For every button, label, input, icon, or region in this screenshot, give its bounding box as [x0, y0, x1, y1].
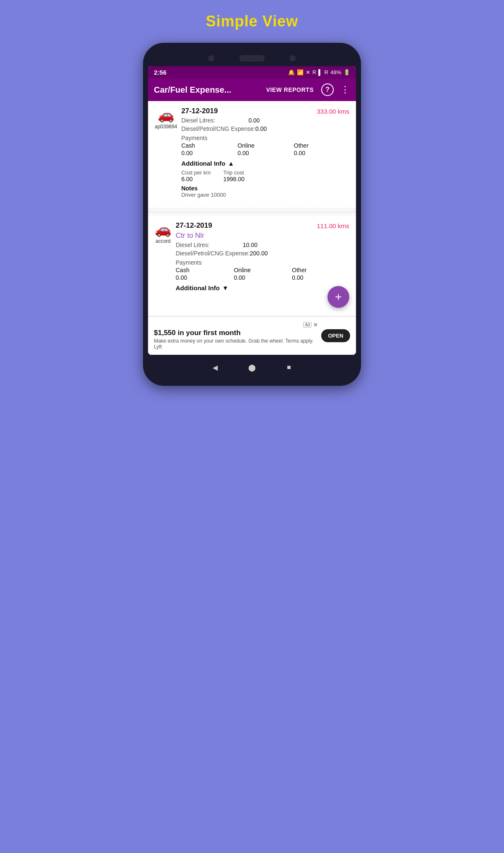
- phone-top-bar: [148, 51, 356, 66]
- card1-header: 🚗 ap039894 27-12-2019 333.00 kms Diesel …: [155, 107, 349, 198]
- content-area: 🚗 ap039894 27-12-2019 333.00 kms Diesel …: [148, 101, 356, 355]
- card2-route: Ctr to Nlr: [176, 231, 349, 240]
- phone-camera-right: [290, 55, 296, 61]
- ad-content: Ad ✕ $1,550 in your first month Make ext…: [154, 322, 318, 350]
- card2-expense-label: Diesel/Petrol/CNG Expense:: [176, 250, 250, 257]
- ad-top-bar: Ad ✕: [154, 322, 318, 328]
- card1-kms: 333.00 kms: [317, 108, 349, 115]
- card2-date: 27-12-2019: [176, 221, 212, 230]
- card1-info: 27-12-2019 333.00 kms Diesel Litres: 0.0…: [181, 107, 349, 198]
- ad-banner: Ad ✕ $1,550 in your first month Make ext…: [148, 316, 356, 355]
- card2-chevron-down-icon: ▼: [222, 284, 229, 291]
- card1-trip-cost-value: 1998.00: [223, 176, 244, 182]
- status-icons: 🔔 📶 ✕ R ▌ R 48% 🔋: [288, 69, 350, 75]
- card2-info: 27-12-2019 111.00 kms Ctr to Nlr Diesel: [176, 221, 349, 306]
- card2-route-dest: Nlr: [195, 231, 204, 239]
- card1-trip-cost: Trip cost 1998.00: [223, 169, 244, 182]
- app-title: Car/Fuel Expense...: [154, 85, 262, 95]
- nav-recents-button[interactable]: ■: [283, 361, 295, 373]
- more-options-button[interactable]: ⋮: [340, 84, 350, 95]
- card2-route-from: Ctr: [176, 231, 185, 239]
- car2-label: accord: [156, 238, 171, 244]
- signal-x-icon: ✕: [306, 69, 310, 75]
- card-divider: [148, 212, 356, 212]
- app-bar: Car/Fuel Expense... VIEW REPORTS ? ⋮: [148, 78, 356, 101]
- signal-bar-icon: ▌: [318, 69, 322, 75]
- card2-fab-wrap: 🚗 accord 27-12-2019 111.00 kms Ctr: [148, 216, 356, 316]
- card1-expense-value: 0.00: [255, 125, 267, 132]
- phone-camera: [208, 55, 214, 61]
- ad-open-button[interactable]: OPEN: [321, 329, 350, 342]
- card1-payments-label: Payments: [181, 135, 349, 141]
- phone-screen: 2:56 🔔 📶 ✕ R ▌ R 48% 🔋 Car/Fuel Expense.…: [148, 66, 356, 355]
- card1-notes-label: Notes: [181, 185, 349, 192]
- card2-other-header: Other: [292, 267, 349, 273]
- card2-payments-label: Payments: [176, 259, 349, 266]
- card2-expense-row: Diesel/Petrol/CNG Expense: 200.00: [176, 250, 349, 257]
- card1-payments-grid: Cash Online Other 0.00 0.00 0.00: [181, 142, 349, 156]
- card1-trip-cost-label: Trip cost: [223, 169, 244, 176]
- card1-cash-header: Cash: [181, 142, 236, 149]
- signal-r2-icon: R: [325, 69, 328, 75]
- card1-diesel-litres-value: 0.00: [248, 117, 260, 124]
- nav-back-button[interactable]: ◀: [209, 361, 221, 373]
- ad-close-icon[interactable]: ✕: [313, 322, 318, 328]
- card2-payments-grid: Cash Online Other 0.00 0.00 0.00: [176, 267, 349, 281]
- card1-additional-info-content: Cost per km 6.00 Trip cost 1998.00: [181, 169, 349, 198]
- card2-diesel-litres-value: 10.00: [243, 242, 257, 248]
- card2-route-to: to: [187, 231, 193, 239]
- status-bar: 2:56 🔔 📶 ✕ R ▌ R 48% 🔋: [148, 66, 356, 78]
- card1-expense-label: Diesel/Petrol/CNG Expense:: [181, 125, 255, 132]
- card2-other-value: 0.00: [292, 274, 349, 281]
- view-reports-button[interactable]: VIEW REPORTS: [266, 86, 314, 93]
- card2-bottom-spacer: [176, 293, 349, 306]
- page-title: Simple View: [206, 13, 298, 30]
- card1-online-header: Online: [238, 142, 293, 149]
- help-button[interactable]: ?: [321, 83, 334, 96]
- card1-additional-info-label: Additional Info: [181, 160, 225, 167]
- card2-expense-value: 200.00: [250, 250, 268, 257]
- nav-home-button[interactable]: ⬤: [246, 361, 258, 373]
- phone-bottom-bar: ◀ ⬤ ■: [148, 355, 356, 377]
- page-wrapper: Simple View 2:56 🔔 📶 ✕ R ▌ R 48% 🔋: [0, 13, 504, 386]
- card1-chevron-up-icon: ▲: [228, 160, 234, 167]
- card2-online-header: Online: [234, 267, 291, 273]
- status-time: 2:56: [154, 69, 166, 76]
- card1-cost-per-km-label: Cost per km: [181, 169, 210, 176]
- card2-additional-info-toggle[interactable]: Additional Info ▼: [176, 284, 349, 291]
- phone-speaker: [239, 55, 265, 61]
- card2-online-value: 0.00: [234, 274, 291, 281]
- card1-diesel-litres-label: Diesel Litres:: [181, 117, 248, 124]
- car1-label: ap039894: [155, 124, 177, 130]
- card2-header: 🚗 accord 27-12-2019 111.00 kms Ctr: [155, 221, 349, 306]
- car2-icon: 🚗: [155, 221, 171, 237]
- signal-r1-icon: R: [312, 69, 316, 75]
- card2-kms: 111.00 kms: [317, 222, 349, 229]
- battery-label: 48%: [330, 69, 341, 75]
- card1-additional-info-toggle[interactable]: Additional Info ▲: [181, 160, 349, 167]
- card1-cash-value: 0.00: [181, 150, 236, 156]
- car1-icon-wrap: 🚗 ap039894: [155, 107, 177, 130]
- card1-other-header: Other: [294, 142, 349, 149]
- expense-card-2: 🚗 accord 27-12-2019 111.00 kms Ctr: [148, 216, 356, 316]
- phone-shell: 2:56 🔔 📶 ✕ R ▌ R 48% 🔋 Car/Fuel Expense.…: [143, 43, 361, 386]
- card1-date: 27-12-2019: [181, 107, 218, 115]
- card2-additional-info-label: Additional Info: [176, 284, 220, 291]
- card1-notes-value: Driver gave 10000: [181, 192, 349, 198]
- card1-online-value: 0.00: [238, 150, 293, 156]
- ad-title: $1,550 in your first month: [154, 329, 318, 337]
- card1-cost-per-km-value: 6.00: [181, 176, 210, 182]
- expense-card-1: 🚗 ap039894 27-12-2019 333.00 kms Diesel …: [148, 101, 356, 208]
- card2-diesel-litres-row: Diesel Litres: 10.00: [176, 242, 349, 248]
- card2-diesel-litres-label: Diesel Litres:: [176, 242, 243, 248]
- card1-diesel-litres-row: Diesel Litres: 0.00: [181, 117, 349, 124]
- card1-additional-row: Cost per km 6.00 Trip cost 1998.00: [181, 169, 349, 182]
- alarm-icon: 🔔: [288, 69, 295, 75]
- card1-notes-section: Notes Driver gave 10000: [181, 185, 349, 198]
- fab-add-button[interactable]: +: [327, 286, 349, 308]
- card1-cost-per-km: Cost per km 6.00: [181, 169, 210, 182]
- card2-cash-header: Cash: [176, 267, 233, 273]
- battery-icon: 🔋: [343, 69, 350, 75]
- ad-badge: Ad: [303, 322, 312, 328]
- card2-cash-value: 0.00: [176, 274, 233, 281]
